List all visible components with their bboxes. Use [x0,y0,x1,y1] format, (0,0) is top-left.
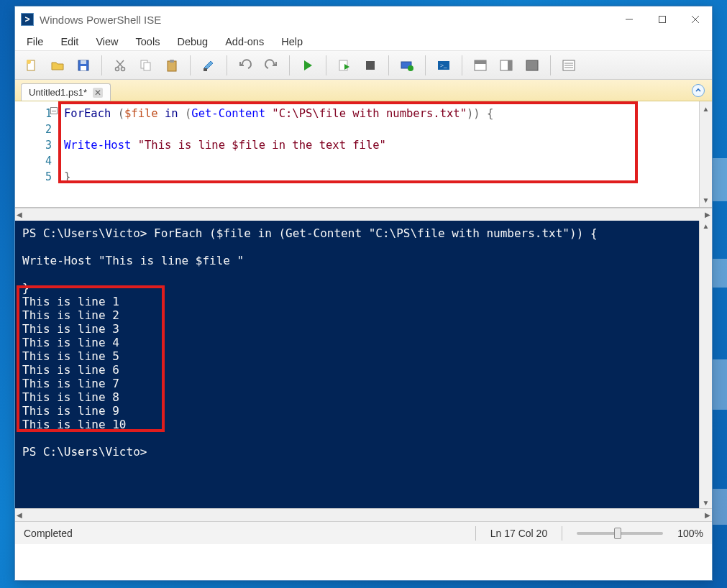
svg-rect-27 [508,60,512,70]
menu-debug[interactable]: Debug [168,34,216,50]
redo-button[interactable] [259,53,283,78]
svg-rect-17 [204,68,207,71]
editor-horizontal-scrollbar[interactable]: ◀ ▶ [15,208,712,221]
console-horizontal-scrollbar[interactable]: ◀ ▶ [15,508,712,521]
tab-label: Untitled1.ps1* [29,87,87,98]
console-output[interactable]: PS C:\Users\Victo> ForEach ($file in (Ge… [15,221,699,508]
run-selection-button[interactable] [332,53,357,78]
close-tab-icon[interactable]: ✕ [93,88,103,98]
editor-vertical-scrollbar[interactable]: ▲ ▼ [699,101,712,207]
svg-rect-1 [659,17,666,23]
app-icon: > [21,13,34,26]
close-button[interactable] [679,8,712,31]
script-editor[interactable]: 1 2 3 4 5 – ForEach ($file in (Get-Conte… [15,101,712,208]
line-number: 2 [15,121,52,137]
new-file-button[interactable] [19,53,44,78]
scroll-right-icon[interactable]: ▶ [705,211,710,219]
title-bar: > Windows PowerShell ISE [15,6,712,32]
paste-button[interactable] [160,53,184,78]
console-line: Write-Host "This is line $file " [22,254,244,267]
menu-addons[interactable]: Add-ons [216,34,273,50]
console-output-line: This is line 2 [22,308,119,322]
line-number: 4 [15,153,52,169]
run-button[interactable] [296,53,320,78]
console-vertical-scrollbar[interactable]: ▲ ▼ [699,221,712,508]
cut-button[interactable] [108,53,132,78]
svg-rect-16 [170,60,174,63]
tabs-row: Untitled1.ps1* ✕ [15,80,712,101]
status-bar: Completed Ln 17 Col 20 100% [15,521,712,544]
editor-code[interactable]: ForEach ($file in (Get-Content "C:\PS\fi… [57,101,699,207]
layout-full-button[interactable] [520,53,544,78]
console-output-line: This is line 10 [22,418,127,431]
console-output-line: This is line 1 [22,295,119,308]
script-tab[interactable]: Untitled1.ps1* ✕ [21,83,111,101]
scroll-up-icon[interactable]: ▲ [700,103,712,114]
console-output-line: This is line 4 [22,336,119,349]
console-output-line: This is line 9 [22,404,119,418]
collapse-script-pane-button[interactable] [692,84,705,97]
svg-rect-25 [475,60,486,64]
status-text: Completed [24,528,73,539]
svg-rect-15 [168,61,176,71]
scroll-left-icon[interactable]: ◀ [17,211,22,219]
svg-text:>_: >_ [440,62,447,69]
layout-right-button[interactable] [494,53,518,78]
console-output-line: This is line 6 [22,363,119,377]
console-output-line: This is line 8 [22,390,119,404]
console-prompt: PS C:\Users\Victo> [22,445,154,459]
app-window: > Windows PowerShell ISE File Edit View … [14,6,713,581]
menu-tools[interactable]: Tools [127,34,169,50]
remote-button[interactable] [395,53,419,78]
zoom-thumb[interactable] [614,528,621,539]
menu-file[interactable]: File [18,34,52,50]
save-button[interactable] [71,53,96,78]
console-output-line: This is line 3 [22,322,119,336]
svg-point-5 [27,60,31,64]
menu-edit[interactable]: Edit [52,34,87,50]
scroll-down-icon[interactable]: ▼ [700,194,712,206]
copy-button[interactable] [134,53,158,78]
svg-rect-8 [81,66,86,70]
scroll-right-icon[interactable]: ▶ [705,511,710,519]
svg-rect-7 [81,60,86,64]
menu-bar: File Edit View Tools Debug Add-ons Help [15,32,712,51]
line-number: 3 [15,137,52,153]
svg-point-21 [408,65,413,71]
line-number: 5 [15,169,52,185]
editor-container: 1 2 3 4 5 – ForEach ($file in (Get-Conte… [15,101,712,221]
cursor-position: Ln 17 Col 20 [490,528,547,539]
clear-button[interactable] [196,53,221,78]
svg-point-10 [122,67,125,70]
svg-rect-14 [144,63,150,70]
open-file-button[interactable] [45,53,70,78]
svg-rect-19 [366,61,375,70]
zoom-slider[interactable] [577,532,663,535]
scroll-up-icon[interactable]: ▲ [703,222,710,230]
stop-button[interactable] [358,53,383,78]
window-title: Windows PowerShell ISE [40,14,613,26]
line-number: 1 [15,106,52,121]
scroll-left-icon[interactable]: ◀ [17,511,22,519]
svg-rect-28 [526,60,538,70]
console-output-line: This is line 7 [22,377,119,390]
fold-toggle-icon[interactable]: – [50,107,58,114]
console-container: PS C:\Users\Victo> ForEach ($file in (Ge… [15,221,712,508]
toolbar: >_ [15,51,712,80]
minimize-button[interactable] [613,8,646,31]
powershell-button[interactable]: >_ [431,53,456,78]
undo-button[interactable] [233,53,257,78]
zoom-level: 100% [677,528,703,539]
maximize-button[interactable] [646,8,679,31]
menu-help[interactable]: Help [273,34,311,50]
window-controls [613,8,712,31]
menu-view[interactable]: View [87,34,127,50]
svg-point-9 [116,67,119,70]
scroll-down-icon[interactable]: ▼ [703,499,710,507]
console-output-line: This is line 5 [22,349,119,363]
show-commands-button[interactable] [557,53,581,78]
console-line: PS C:\Users\Victo> ForEach ($file in (Ge… [22,226,598,240]
layout-top-button[interactable] [468,53,493,78]
editor-gutter: 1 2 3 4 5 – [15,101,57,207]
console-line: } [22,281,29,295]
